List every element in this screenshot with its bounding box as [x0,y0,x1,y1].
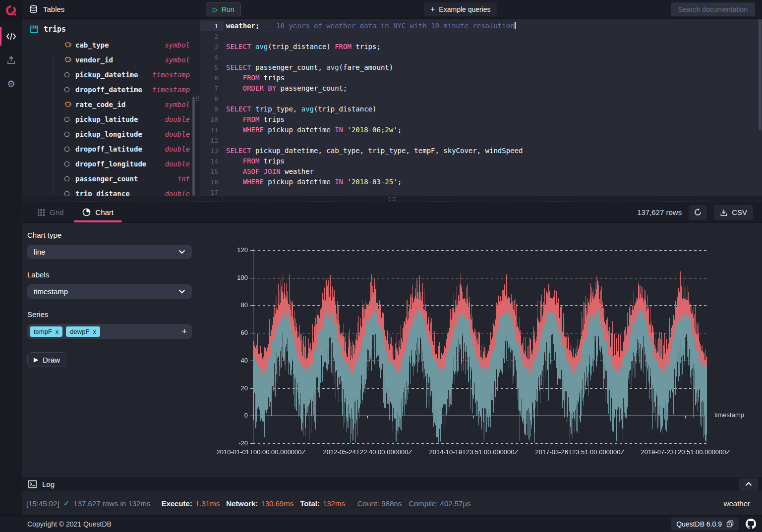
column-type: int [177,175,190,183]
column-type-icon [64,116,70,122]
column-row-pickup_datetime[interactable]: pickup_datetimetimestamp [22,67,200,82]
csv-download-button[interactable]: CSV [714,205,753,220]
status-extra-metrics: Count: 988nsCompile: 402.57µs [357,499,471,508]
copyright-text: Copyright © 2021 QuestDB [27,520,112,528]
collapse-log-button[interactable] [739,478,758,491]
line-number: 7 [200,83,224,94]
column-name: trip_distance [75,190,130,196]
tables-panel-title: Tables [43,5,64,13]
series-chip-tempF[interactable]: tempFx [30,326,62,337]
version-button[interactable]: QuestDB 6.0.9 [671,518,739,531]
tab-chart[interactable]: Chart [78,202,117,222]
line-number: 14 [200,156,224,166]
column-row-dropoff_datetime[interactable]: dropoff_datetimetimestamp [22,82,200,97]
code-line-2 [226,31,762,42]
column-type: timestamp [152,71,190,79]
column-row-passenger_count[interactable]: passenger_countint [22,171,200,186]
code-icon [6,33,16,40]
series-chips: tempFxdewpFx [30,326,100,337]
example-queries-button[interactable]: + Example queries [424,2,497,16]
column-type-icon [64,146,70,152]
editor-scrollbar[interactable] [759,19,762,130]
run-button[interactable]: ▷ Run [206,2,241,16]
code-line-8 [226,94,762,104]
questdb-logo-icon [4,4,18,18]
column-row-dropoff_latitude[interactable]: dropoff_latitudedouble [22,142,200,157]
tables-panel-scrollbar[interactable] [192,97,195,196]
series-chip-dewpF[interactable]: dewpFx [66,326,100,337]
row-count: 137,627 rows [637,208,682,216]
line-number: 16 [200,177,224,187]
remove-series-icon[interactable]: x [93,328,96,335]
line-number: 6 [200,73,224,83]
log-bar[interactable]: Log [22,477,762,491]
code-line-5: SELECT passenger_count, avg(fare_amount) [226,62,762,73]
line-number: 4 [200,52,224,62]
column-name: passenger_count [75,175,138,183]
code-line-11: WHERE pickup_datetime IN '2018-06;2w'; [226,125,762,135]
panel-resize-handle[interactable] [195,93,200,104]
series-chip-label: dewpF [70,328,89,335]
chart-type-label: Chart type [27,231,192,239]
horizontal-splitter[interactable] [22,196,762,202]
column-type-icon [64,87,70,93]
labels-select[interactable]: timestamp [27,284,192,299]
chart-canvas[interactable] [198,228,762,476]
symbol-type-icon [64,101,71,108]
search-documentation-button[interactable]: Search documentation [671,2,755,16]
table-name: trips [44,25,66,34]
column-name: cab_type [75,41,109,49]
tab-grid-label: Grid [50,208,63,216]
tab-grid[interactable]: Grid [33,202,67,222]
line-number: 15 [200,166,224,177]
add-series-button[interactable]: + [181,327,187,336]
questdb-logo[interactable] [0,0,22,22]
columns-list: cab_typesymbolvendor_idsymbolpickup_date… [22,38,200,196]
active-table-name: weather [724,499,750,508]
github-icon [746,519,756,529]
code-line-13: SELECT pickup_datetime, cab_type, trip_t… [226,146,762,156]
column-row-vendor_id[interactable]: vendor_idsymbol [22,53,200,67]
refresh-button[interactable] [689,205,707,220]
column-type: double [165,145,190,153]
editor-code-area[interactable]: weather; -- 10 years of weather data in … [224,19,762,196]
remove-series-icon[interactable]: x [56,328,59,335]
series-input[interactable]: tempFxdewpFx + [27,324,192,339]
code-line-1: weather; -- 10 years of weather data in … [226,21,762,31]
left-icon-rail: ⚙ [0,0,22,515]
sidebar-item-console[interactable] [0,24,22,48]
chevron-up-icon [745,482,752,486]
run-play-icon: ▷ [213,5,218,13]
code-line-10: FROM trips [226,114,762,125]
column-name: vendor_id [75,56,113,64]
line-number: 11 [200,125,224,135]
symbol-type-icon [64,42,71,49]
draw-button[interactable]: ▶ Draw [27,352,66,367]
column-type-icon [64,191,70,196]
column-type: symbol [165,56,190,64]
chart-type-value: line [34,248,45,256]
text-cursor [515,22,516,29]
column-row-pickup_longitude[interactable]: pickup_longitudedouble [22,127,200,142]
sidebar-item-import[interactable] [0,48,22,72]
column-row-trip_distance[interactable]: trip_distancedouble [22,186,200,196]
series-chip-label: tempF [34,328,52,335]
draw-button-label: Draw [43,356,60,364]
chart-type-select[interactable]: line [27,245,192,259]
version-label: QuestDB 6.0.9 [676,520,722,528]
column-row-cab_type[interactable]: cab_typesymbol [22,38,200,53]
plus-icon: + [430,5,435,14]
tab-chart-label: Chart [95,208,114,216]
table-row-trips[interactable]: trips [22,21,200,38]
column-type-icon [64,72,70,78]
column-row-pickup_latitude[interactable]: pickup_latitudedouble [22,112,200,127]
column-row-dropoff_longitude[interactable]: dropoff_longitudedouble [22,157,200,171]
github-link[interactable] [746,519,756,529]
database-icon [29,5,38,13]
code-line-9: SELECT trip_type, avg(trip_distance) [226,104,762,114]
sidebar-item-settings[interactable]: ⚙ [0,72,22,96]
refresh-icon [694,208,702,216]
column-type: double [165,115,190,123]
editor-toolbar: ▷ Run + Example queries Search documenta… [200,0,762,18]
column-row-rate_code_id[interactable]: rate_code_idsymbol [22,97,200,112]
